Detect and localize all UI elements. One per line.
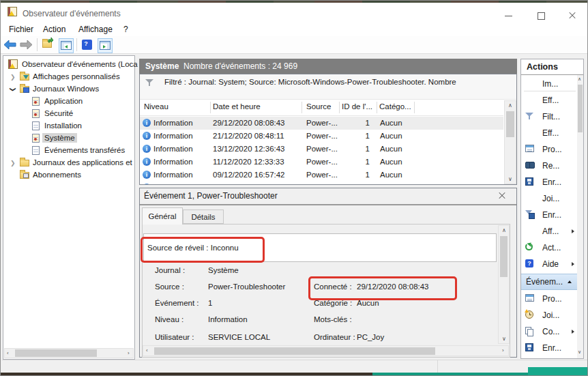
scrollbar-thumb[interactable] (15, 349, 97, 357)
scroll-down-icon[interactable]: ∨ (578, 349, 581, 355)
details-horizontal-scrollbar[interactable]: ‹ › (143, 345, 509, 356)
action-proprietes[interactable]: Pro... (521, 143, 583, 156)
actions-section-evenement[interactable]: Événem... (521, 274, 577, 290)
scroll-left-icon[interactable]: ‹ (146, 348, 148, 353)
chevron-right-icon[interactable] (10, 160, 17, 167)
filter-icon (525, 112, 534, 120)
table-row-partial[interactable]: Information (140, 182, 503, 184)
action-effacer-filtre[interactable]: Eff... (521, 126, 583, 140)
collapse-icon[interactable] (568, 280, 572, 283)
scroll-up-icon[interactable]: ∧ (578, 76, 581, 82)
scroll-up-icon[interactable]: ∧ (508, 103, 512, 109)
column-header-id[interactable]: ID de l'... (342, 102, 372, 111)
help-icon (82, 40, 92, 50)
action-affichage[interactable]: Aff... (521, 225, 583, 238)
table-row[interactable]: Information 11/12/2020 12:33:33 Power-..… (140, 156, 503, 169)
cell-source: Power-... (306, 171, 338, 179)
close-button[interactable] (568, 8, 577, 18)
column-divider[interactable] (302, 102, 302, 113)
tree-item-journaux-windows[interactable]: Journaux Windows (3, 83, 134, 96)
show-action-pane-button[interactable] (98, 38, 113, 53)
action-effacer[interactable]: Eff... (521, 93, 583, 107)
column-divider[interactable] (377, 102, 377, 113)
minimize-button[interactable] (504, 8, 514, 18)
details-separator (140, 204, 516, 205)
column-divider[interactable] (414, 102, 415, 113)
log-header-bar: Système Nombre d'événements : 24 969 (139, 59, 517, 74)
column-header-source[interactable]: Source (306, 102, 331, 111)
column-header-date[interactable]: Date et heure (213, 102, 261, 111)
action-aide[interactable]: Aide (521, 257, 583, 271)
column-header-niveau[interactable]: Niveau (144, 102, 168, 111)
action-joindre-tache-evenement[interactable]: Joi... (521, 308, 583, 322)
field-label: Catégorie : (314, 299, 352, 307)
titlebar[interactable]: Observateur d'événements (1, 3, 587, 23)
actions-scrollbar[interactable]: ∧ ∨ (577, 75, 583, 358)
maximize-button[interactable] (536, 8, 546, 18)
scrollbar-thumb[interactable] (506, 111, 514, 137)
action-actualiser[interactable]: Act... (521, 241, 583, 255)
back-button[interactable] (3, 40, 16, 51)
tree-item-application[interactable]: Application (3, 96, 134, 108)
action-enregistrer-selection[interactable]: Enr... (521, 341, 583, 355)
scroll-right-icon[interactable]: › (128, 351, 130, 356)
action-filtrer[interactable]: Filt... (521, 110, 583, 124)
table-row[interactable]: Information 21/12/2020 08:48:11 Power-..… (140, 130, 503, 143)
menu-affichage[interactable]: Affichage (78, 25, 113, 34)
tree-item-abonnements[interactable]: Abonnements (3, 169, 134, 182)
tree-item-evenements-transferes[interactable]: Événements transférés (3, 145, 134, 157)
column-divider[interactable] (210, 102, 211, 113)
scroll-down-icon[interactable]: ∨ (502, 336, 506, 342)
forward-button[interactable] (20, 40, 33, 51)
scrollbar-thumb[interactable] (578, 85, 583, 132)
tree-horizontal-scrollbar[interactable]: ‹ › (4, 348, 134, 358)
action-label: Pro... (542, 145, 562, 154)
tree-item-systeme[interactable]: Système (3, 132, 134, 145)
tab-general[interactable]: Général (142, 207, 183, 225)
scroll-down-icon[interactable]: ∨ (508, 177, 512, 182)
tree-item-label: Installation (44, 121, 82, 130)
action-copier[interactable]: Co... (521, 325, 583, 338)
table-row[interactable]: Information 29/12/2020 08:08:43 Power-..… (140, 117, 503, 130)
action-enregistrer-filtre[interactable]: Enr... (521, 208, 583, 222)
scroll-left-icon[interactable]: ‹ (7, 351, 9, 356)
show-console-tree-button[interactable] (59, 38, 74, 53)
export-log-button[interactable] (42, 39, 52, 49)
action-proprietes-evenement[interactable]: Pro... (521, 292, 583, 306)
tree-item-securite[interactable]: Sécurité (3, 108, 134, 120)
menu-fichier[interactable]: Fichier (9, 25, 33, 34)
action-joindre-tache[interactable]: Joi... (521, 192, 583, 205)
details-vertical-scrollbar[interactable]: ∧ ∨ (498, 225, 510, 344)
chevron-right-icon[interactable] (10, 74, 17, 81)
tree-item-installation[interactable]: Installation (3, 120, 134, 132)
field-label: Connecté : (314, 283, 352, 291)
tree-item-root[interactable]: Observateur d'événements (Loca (3, 59, 134, 71)
action-enregistrer[interactable]: Enr... (521, 175, 583, 189)
tree-item-affichages-personnalises[interactable]: Affichages personnalisés (3, 71, 134, 83)
filter-text: Filtré : Journal: System; Source: Micros… (164, 78, 505, 86)
scroll-up-icon[interactable]: ∧ (502, 228, 506, 233)
scrollbar-thumb[interactable] (500, 236, 508, 277)
table-row[interactable]: Information 13/12/2020 12:36:43 Power-..… (140, 143, 503, 156)
action-importer[interactable]: Im... (521, 77, 583, 91)
menu-help[interactable]: ? (123, 25, 128, 34)
tab-details[interactable]: Détails (183, 209, 224, 224)
column-header-categorie[interactable]: Catégo... (379, 102, 411, 111)
list-vertical-scrollbar[interactable]: ∧ ∨ (504, 100, 516, 184)
log-icon (32, 97, 40, 106)
tree-item-label: Événements transférés (44, 146, 125, 154)
column-divider[interactable] (339, 102, 340, 113)
tree-item-journaux-applications[interactable]: Journaux des applications et (3, 157, 134, 169)
information-icon (143, 171, 151, 179)
properties-icon (525, 294, 534, 302)
scroll-right-icon[interactable]: › (502, 348, 504, 353)
cell-category: Aucun (380, 119, 402, 127)
help-button[interactable] (82, 40, 92, 51)
table-row[interactable]: Information 09/12/2020 16:57:42 Power-..… (140, 169, 503, 182)
scrollbar-thumb[interactable] (154, 347, 435, 355)
menu-action[interactable]: Action (43, 25, 65, 34)
action-rechercher[interactable]: Re... (521, 159, 583, 173)
actions-header-divider (521, 74, 583, 75)
tree-item-label: Abonnements (33, 171, 81, 179)
chevron-down-icon[interactable] (10, 86, 17, 93)
